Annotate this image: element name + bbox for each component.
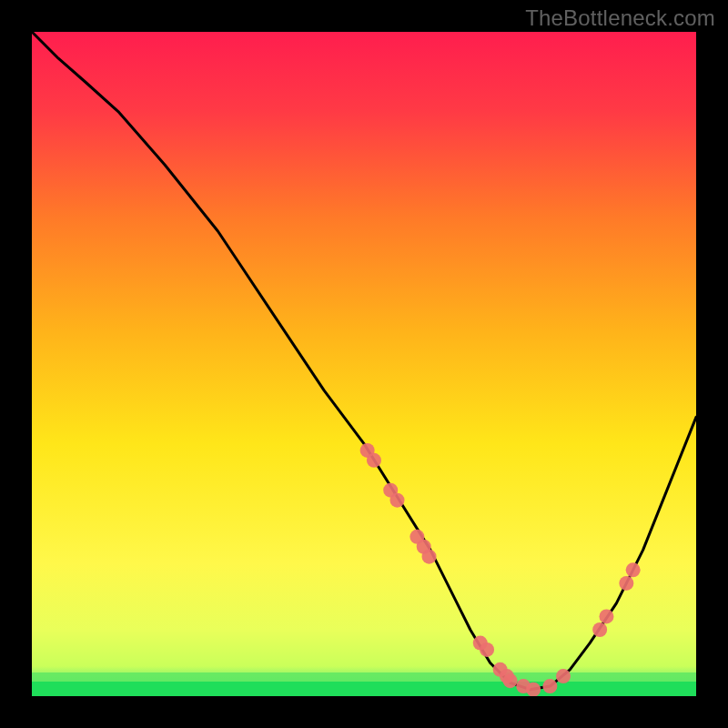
- marker-point: [503, 673, 518, 688]
- marker-point: [556, 669, 571, 683]
- marker-point: [422, 550, 437, 564]
- plot-background: [32, 32, 696, 696]
- marker-point: [480, 642, 494, 657]
- marker-point: [599, 609, 613, 623]
- marker-point: [526, 682, 541, 696]
- marker-point: [619, 576, 633, 591]
- bottom-green-band-2: [32, 672, 696, 682]
- chart-frame: TheBottleneck.com: [0, 0, 728, 728]
- marker-point: [542, 679, 557, 693]
- plot-area: [32, 32, 696, 696]
- bottom-green-band: [32, 682, 696, 696]
- marker-point: [390, 493, 405, 508]
- chart-svg: [32, 32, 696, 696]
- marker-point: [367, 453, 381, 468]
- watermark-text: TheBottleneck.com: [525, 5, 715, 31]
- marker-point: [592, 622, 607, 637]
- marker-point: [626, 562, 641, 577]
